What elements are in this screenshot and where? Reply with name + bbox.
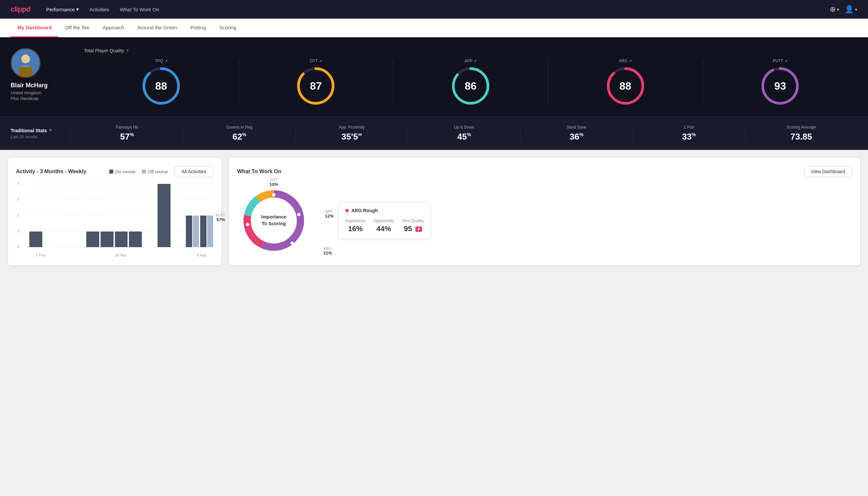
bar-group-12 [200, 216, 213, 247]
bar-oncourse-7 [129, 232, 142, 248]
legend-offcourse: Off course [142, 169, 168, 174]
bar-oncourse-11 [186, 216, 192, 247]
stat-item-3: Up & Down 45% [408, 125, 520, 142]
donut-wrap: Importance To Scoring [237, 184, 311, 257]
donut-section: OTT 10% APP 12% ARG 21% PUTT 57% [237, 184, 852, 257]
player-info: Blair McHarg United Kingdom Plus Handica… [11, 48, 84, 106]
trad-subtitle: Last 20 rounds [11, 135, 70, 139]
tab-off-the-tee[interactable]: Off the Tee [58, 19, 96, 37]
tpq-label: Total Player Quality ? [84, 48, 857, 53]
legend-offcourse-dot [142, 170, 146, 173]
donut-label-arg: ARG 21% [323, 247, 332, 255]
bar-oncourse-0 [29, 232, 42, 248]
tpq-help-icon[interactable]: ? [126, 48, 129, 53]
score-label-putt: PUTT ↗ [773, 59, 787, 63]
score-circle-tpq: TPQ ↗ 88 [84, 59, 239, 106]
scores-section: Total Player Quality ? TPQ ↗ 88 OTT ↗ 87… [84, 48, 857, 106]
bar-group-3 [72, 247, 85, 247]
bar-group-7 [129, 232, 142, 248]
bar-group-1 [44, 247, 57, 247]
nav-activities[interactable]: Activities [90, 7, 109, 12]
x-label-may: 9 May [196, 253, 206, 257]
player-country: United Kingdom [11, 90, 42, 95]
bar-group-5 [100, 232, 114, 248]
avatar-image [12, 48, 40, 78]
hero-section: Blair McHarg United Kingdom Plus Handica… [0, 37, 868, 117]
bar-group-2 [58, 247, 71, 247]
nav-performance[interactable]: Performance ▾ [46, 6, 79, 12]
stat-item-2: App. Proximity 35'5" [296, 125, 408, 142]
trad-help-icon[interactable]: ? [49, 128, 52, 133]
bar-oncourse-5 [100, 232, 114, 248]
trad-title: Traditional Stats ? [11, 128, 70, 133]
bar-oncourse-6 [115, 232, 128, 248]
info-card: ARG Rough Importance 16% Opportunity 44%… [338, 202, 431, 239]
tab-approach[interactable]: Approach [96, 19, 130, 37]
score-label-arg: ARG ↗ [619, 59, 632, 63]
trad-label-wrap: Traditional Stats ? Last 20 rounds [11, 128, 70, 139]
avatar [11, 48, 41, 78]
svg-point-21 [246, 223, 249, 226]
stat-item-0: Fairways Hit 57% [70, 125, 183, 142]
info-card-dot [345, 209, 349, 212]
add-button[interactable]: ⊕ ▾ [830, 5, 839, 14]
svg-point-1 [21, 55, 30, 63]
info-metric-opportunity: Opportunity 44% [373, 218, 394, 233]
player-name: Blair McHarg [11, 82, 48, 89]
x-labels: 7 Feb 28 Mar 9 May [29, 253, 213, 257]
bar-group-0 [29, 232, 42, 248]
bars-container [29, 184, 213, 247]
score-circle-app: APP ↗ 86 [393, 59, 548, 106]
view-dashboard-button[interactable]: View Dashboard [804, 166, 852, 177]
activity-card: Activity - 3 Months - Weekly On course O… [8, 158, 221, 265]
donut-label-putt: PUTT 57% [216, 213, 225, 222]
bar-oncourse-9 [158, 184, 171, 247]
bar-group-10 [172, 247, 185, 247]
bar-offcourse-12 [207, 216, 213, 247]
activity-card-header: Activity - 3 Months - Weekly On course O… [16, 166, 213, 177]
tab-my-dashboard[interactable]: My Dashboard [11, 19, 58, 37]
down-arrow-icon: ▼ [415, 227, 422, 232]
wtwon-card-title: What To Work On [237, 169, 282, 174]
bar-group-11 [186, 216, 199, 247]
activity-card-title: Activity - 3 Months - Weekly [16, 169, 86, 174]
nav-links: Performance ▾ Activities What To Work On [46, 6, 159, 12]
tab-scoring[interactable]: Scoring [212, 19, 243, 37]
tabs-bar: My Dashboard Off the Tee Approach Around… [0, 19, 868, 37]
bottom-section: Activity - 3 Months - Weekly On course O… [0, 150, 868, 273]
info-card-title: ARG Rough [345, 208, 424, 213]
bar-group-9 [158, 184, 171, 247]
player-handicap: Plus Handicap [11, 96, 38, 101]
tab-putting[interactable]: Putting [184, 19, 213, 37]
donut-chart-wrap: OTT 10% APP 12% ARG 21% PUTT 57% [237, 184, 311, 257]
bar-group-8 [143, 247, 156, 247]
score-label-tpq: TPQ ↗ [155, 59, 168, 63]
nav-what-to-work-on[interactable]: What To Work On [120, 7, 159, 12]
stat-item-1: Greens In Reg 62% [183, 125, 295, 142]
x-label-feb: 7 Feb [36, 253, 45, 257]
x-label-mar: 28 Mar [115, 253, 127, 257]
nav-right: ⊕ ▾ 👤 ▾ [830, 5, 857, 14]
trad-stats: Traditional Stats ? Last 20 rounds Fairw… [0, 117, 868, 150]
info-metrics: Importance 16% Opportunity 44% Shot Qual… [345, 218, 424, 233]
chart-area: 4 3 2 1 0 7 Feb 28 Mar 9 May [16, 184, 213, 257]
score-circle-ott: OTT ↗ 87 [239, 59, 394, 106]
stat-item-4: Sand Save 36% [520, 125, 632, 142]
svg-rect-3 [19, 67, 32, 77]
bar-group-6 [115, 232, 128, 248]
svg-point-19 [297, 213, 300, 216]
tpq-circles: TPQ ↗ 88 OTT ↗ 87 APP ↗ 86 ARG ↗ 88 PUTT… [84, 59, 857, 106]
legend-oncourse-dot [109, 170, 113, 173]
svg-point-18 [272, 193, 275, 197]
svg-point-20 [290, 242, 294, 245]
wtwon-card-header: What To Work On View Dashboard [237, 166, 852, 177]
brand-logo: clippd [11, 5, 30, 14]
score-label-app: APP ↗ [464, 59, 477, 63]
legend-oncourse: On course [109, 169, 135, 174]
score-circle-putt: PUTT ↗ 93 [703, 59, 857, 106]
stat-item-6: Scoring Average 73.85 [745, 125, 857, 142]
all-activities-button[interactable]: All Activities [175, 166, 213, 177]
score-label-ott: OTT ↗ [310, 59, 322, 63]
user-menu[interactable]: 👤 ▾ [845, 5, 857, 14]
tab-around-the-green[interactable]: Around the Green [130, 19, 184, 37]
